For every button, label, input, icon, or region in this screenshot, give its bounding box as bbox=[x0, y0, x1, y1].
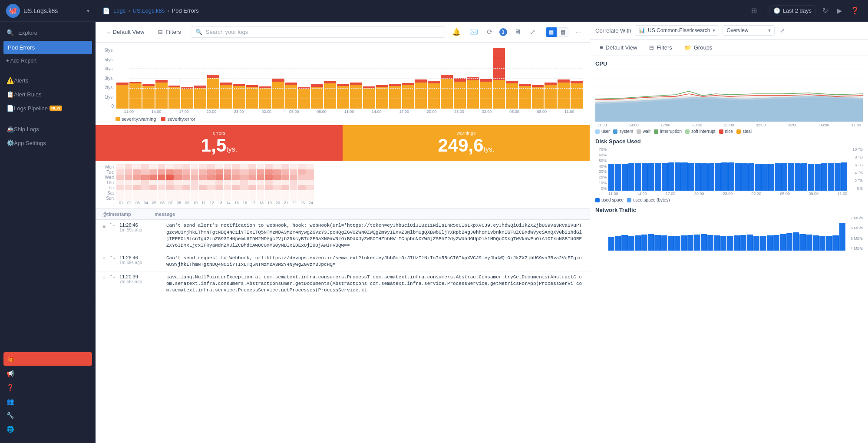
heatmap-cell[interactable] bbox=[141, 169, 149, 175]
heatmap-cell[interactable] bbox=[133, 195, 141, 201]
heatmap-cell[interactable] bbox=[116, 190, 124, 195]
log-expand-icon[interactable]: ≡ bbox=[102, 275, 106, 281]
heatmap-cell[interactable] bbox=[158, 180, 165, 185]
heatmap-cell[interactable] bbox=[290, 164, 297, 169]
heatmap-cell[interactable] bbox=[265, 190, 273, 195]
heatmap-cell[interactable] bbox=[273, 175, 281, 180]
heatmap-cell[interactable] bbox=[158, 185, 165, 190]
heatmap-cell[interactable] bbox=[166, 169, 174, 175]
heatmap-cell[interactable] bbox=[166, 195, 174, 201]
heatmap-cell[interactable] bbox=[273, 169, 281, 175]
heatmap-cell[interactable] bbox=[215, 180, 223, 185]
heatmap-cell[interactable] bbox=[182, 164, 190, 169]
heatmap-cell[interactable] bbox=[149, 190, 157, 195]
heatmap-cell[interactable] bbox=[166, 190, 174, 195]
heatmap-cell[interactable] bbox=[116, 169, 124, 175]
heatmap-cell[interactable] bbox=[207, 195, 215, 201]
heatmap-cell[interactable] bbox=[182, 190, 190, 195]
heatmap-cell[interactable] bbox=[257, 195, 264, 201]
heatmap-cell[interactable] bbox=[191, 190, 198, 195]
heatmap-cell[interactable] bbox=[133, 180, 141, 185]
heatmap-cell[interactable] bbox=[298, 185, 306, 190]
heatmap-cell[interactable] bbox=[224, 195, 231, 201]
expand-icon[interactable]: ⤢ bbox=[528, 26, 537, 38]
heatmap-cell[interactable] bbox=[248, 190, 256, 195]
heatmap-cell[interactable] bbox=[215, 195, 223, 201]
heatmap-cell[interactable] bbox=[232, 180, 240, 185]
search-input[interactable] bbox=[206, 29, 440, 35]
heatmap-cell[interactable] bbox=[215, 190, 223, 195]
heatmap-cell[interactable] bbox=[116, 180, 124, 185]
heatmap-cell[interactable] bbox=[125, 175, 132, 180]
heatmap-cell[interactable] bbox=[199, 185, 207, 190]
heatmap-cell[interactable] bbox=[125, 164, 132, 169]
sidebar-admin[interactable]: 🔧 bbox=[0, 408, 96, 422]
heatmap-cell[interactable] bbox=[125, 169, 132, 175]
heatmap-cell[interactable] bbox=[133, 175, 141, 180]
heatmap-cell[interactable] bbox=[174, 164, 182, 169]
heatmap-cell[interactable] bbox=[298, 175, 306, 180]
heatmap-cell[interactable] bbox=[166, 180, 174, 185]
heatmap-cell[interactable] bbox=[149, 195, 157, 201]
heatmap-cell[interactable] bbox=[265, 195, 273, 201]
sidebar-item-alerts[interactable]: ⚠️ Alerts bbox=[0, 73, 96, 87]
heatmap-cell[interactable] bbox=[182, 185, 190, 190]
heatmap-cell[interactable] bbox=[166, 164, 174, 169]
heatmap-cell[interactable] bbox=[149, 175, 157, 180]
heatmap-cell[interactable] bbox=[248, 164, 256, 169]
heatmap-cell[interactable] bbox=[273, 190, 281, 195]
heatmap-cell[interactable] bbox=[248, 169, 256, 175]
heatmap-cell[interactable] bbox=[281, 164, 289, 169]
heatmap-cell[interactable] bbox=[149, 164, 157, 169]
heatmap-cell[interactable] bbox=[133, 164, 141, 169]
heatmap-cell[interactable] bbox=[306, 195, 314, 201]
heatmap-cell[interactable] bbox=[273, 185, 281, 190]
heatmap-cell[interactable] bbox=[232, 195, 240, 201]
correlate-source[interactable]: 📊 US.Common.Elasticsearch ▾ bbox=[635, 25, 719, 36]
heatmap-cell[interactable] bbox=[265, 164, 273, 169]
heatmap-cell[interactable] bbox=[199, 190, 207, 195]
heatmap-cell[interactable] bbox=[207, 175, 215, 180]
heatmap-cell[interactable] bbox=[125, 180, 132, 185]
heatmap-cell[interactable] bbox=[125, 190, 132, 195]
log-chevron[interactable]: ⌃⌄ bbox=[109, 274, 116, 279]
heatmap-cell[interactable] bbox=[248, 195, 256, 201]
heatmap-cell[interactable] bbox=[215, 185, 223, 190]
sidebar-item-logs-pipeline[interactable]: 📄 Logs Pipeline NEW bbox=[0, 101, 96, 115]
heatmap-cell[interactable] bbox=[158, 195, 165, 201]
heatmap-cell[interactable] bbox=[199, 175, 207, 180]
right-filters-button[interactable]: ⊟ Filters bbox=[645, 42, 676, 53]
heatmap-cell[interactable] bbox=[116, 175, 124, 180]
heatmap-cell[interactable] bbox=[224, 185, 231, 190]
email-icon[interactable]: ✉️ bbox=[468, 26, 480, 38]
heatmap-cell[interactable] bbox=[281, 185, 289, 190]
heatmap-cell[interactable] bbox=[215, 169, 223, 175]
grid-icon[interactable]: ⊞ bbox=[749, 5, 759, 17]
heatmap-cell[interactable] bbox=[125, 185, 132, 190]
sidebar-item-alert-rules[interactable]: 📋 Alert Rules bbox=[0, 87, 96, 101]
heatmap-cell[interactable] bbox=[257, 190, 264, 195]
heatmap-cell[interactable] bbox=[265, 169, 273, 175]
heatmap-cell[interactable] bbox=[265, 175, 273, 180]
table-view-button[interactable]: ▦ bbox=[546, 27, 557, 37]
refresh-icon[interactable]: ↻ bbox=[821, 5, 830, 17]
heatmap-cell[interactable] bbox=[232, 185, 240, 190]
heatmap-cell[interactable] bbox=[224, 190, 231, 195]
heatmap-cell[interactable] bbox=[207, 164, 215, 169]
heatmap-cell[interactable] bbox=[191, 180, 198, 185]
heatmap-cell[interactable] bbox=[240, 195, 248, 201]
heatmap-cell[interactable] bbox=[199, 180, 207, 185]
heatmap-cell[interactable] bbox=[298, 164, 306, 169]
heatmap-cell[interactable] bbox=[191, 175, 198, 180]
heatmap-cell[interactable] bbox=[240, 164, 248, 169]
heatmap-cell[interactable] bbox=[281, 169, 289, 175]
heatmap-cell[interactable] bbox=[116, 195, 124, 201]
heatmap-cell[interactable] bbox=[174, 175, 182, 180]
heatmap-cell[interactable] bbox=[166, 175, 174, 180]
heatmap-cell[interactable] bbox=[281, 190, 289, 195]
heatmap-cell[interactable] bbox=[224, 175, 231, 180]
heatmap-cell[interactable] bbox=[182, 180, 190, 185]
heatmap-cell[interactable] bbox=[116, 164, 124, 169]
heatmap-cell[interactable] bbox=[298, 195, 306, 201]
breadcrumb-logs[interactable]: Logs bbox=[113, 7, 125, 14]
